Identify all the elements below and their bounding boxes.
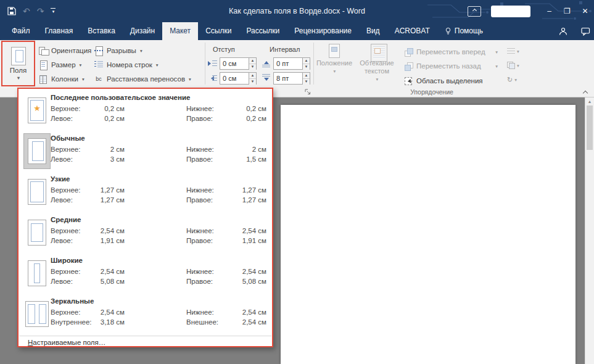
margin-label: Верхнее: [51, 185, 94, 195]
align-objects-button[interactable]: ▾ [507, 46, 519, 57]
margins-option-wide[interactable]: Широкие Верхнее: 2,54 см Нижнее: 2,54 см… [19, 254, 272, 295]
position-button[interactable]: Положение ▾ [317, 43, 352, 75]
title-bar: ↶ ↷ ▾ Как сделать поля в Ворде.docx - Wo… [0, 0, 594, 22]
moderate-margins-icon [28, 220, 46, 246]
margin-label: Правое: [186, 276, 229, 286]
margins-button-label: Поля [10, 67, 27, 74]
size-button[interactable]: Размер ▾ [38, 59, 81, 71]
help-icon [445, 27, 452, 35]
margin-label: Верхнее: [51, 226, 94, 236]
selection-pane-icon [404, 77, 413, 85]
minimize-button[interactable]: – [540, 0, 558, 22]
margin-label: Правое: [186, 236, 229, 246]
hyphenation-button[interactable]: bc Расстановка переносов ▾ [94, 73, 191, 85]
tab-layout[interactable]: Макет [162, 22, 198, 40]
spin-up-icon[interactable]: ▲ [249, 58, 256, 64]
spacing-before-spinner: ▲▼ [273, 57, 310, 70]
margin-label: Левое: [51, 154, 94, 164]
ribbon-tab-bar: Файл Главная Вставка Дизайн Макет Ссылки… [0, 22, 594, 40]
columns-button[interactable]: Колонки ▾ [38, 73, 85, 85]
tab-review[interactable]: Рецензирование [287, 22, 359, 40]
margin-value: 2,54 см [94, 307, 125, 317]
group-objects-button[interactable]: ▾ [507, 60, 519, 71]
spin-down-icon[interactable]: ▼ [249, 79, 256, 85]
selection-pane-button[interactable]: Область выделения [404, 75, 503, 87]
chevron-down-icon: ▼ [16, 75, 20, 81]
line-numbers-icon [94, 60, 104, 70]
margin-value: 2,54 см [229, 307, 266, 317]
hyphenation-label: Расстановка переносов [107, 75, 185, 83]
vertical-scrollbar[interactable]: ▲ [585, 97, 594, 364]
chevron-down-icon: ▾ [376, 75, 379, 83]
margins-option-mirrored[interactable]: Зеркальные Верхнее: 2,54 см Нижнее: 2,54… [19, 295, 272, 336]
margin-label: Левое: [51, 276, 94, 286]
spin-down-icon[interactable]: ▼ [303, 64, 310, 70]
tab-mailings[interactable]: Рассылки [239, 22, 287, 40]
spacing-label: Интервал [270, 46, 300, 53]
chevron-down-icon: ▾ [334, 67, 336, 75]
line-numbers-button[interactable]: Номера строк ▾ [94, 59, 159, 71]
spacing-after-input[interactable] [274, 73, 302, 84]
indent-right-input[interactable] [220, 73, 249, 84]
normal-margins-icon [28, 138, 46, 164]
line-numbers-label: Номера строк [107, 61, 152, 68]
document-page[interactable] [281, 105, 575, 364]
tab-file[interactable]: Файл [4, 22, 38, 40]
tab-acrobat[interactable]: ACROBAT [387, 22, 437, 40]
margin-value: 0,2 см [229, 114, 266, 123]
margins-option-last-custom[interactable]: ★ Последнее пользовательское значение Ве… [19, 91, 272, 132]
bring-forward-button[interactable]: Переместить вперед ▾ [404, 46, 498, 58]
margin-label: Нижнее: [186, 185, 229, 195]
page-break-icon [94, 46, 104, 56]
wrap-text-button[interactable]: Обтекание текстом ▾ [354, 43, 400, 83]
tab-references[interactable]: Ссылки [198, 22, 239, 40]
margins-button[interactable]: Поля ▼ [2, 42, 34, 85]
tab-home[interactable]: Главная [38, 22, 81, 40]
columns-icon [38, 74, 48, 84]
spin-up-icon[interactable]: ▲ [249, 73, 256, 79]
rotate-objects-button[interactable]: ↻ ▾ [507, 74, 517, 85]
margins-option-name: Зеркальные [51, 297, 266, 305]
margins-icon [11, 47, 26, 65]
margins-annotation-box: Поля ▼ [1, 41, 35, 86]
send-backward-button[interactable]: Переместить назад ▾ [404, 60, 498, 72]
scrollbar-thumb[interactable] [587, 105, 593, 150]
margins-option-normal[interactable]: Обычные Верхнее: 2 см Нижнее: 2 см Левое… [19, 132, 272, 173]
paragraph-dialog-launcher-icon[interactable] [305, 89, 311, 96]
tab-help[interactable]: Помощь [437, 22, 490, 40]
maximize-button[interactable]: ❐ [558, 0, 576, 22]
close-button[interactable]: ✕ [576, 0, 594, 22]
margin-value: 1,91 см [229, 236, 266, 246]
tab-design[interactable]: Дизайн [123, 22, 162, 40]
margin-label: Верхнее: [51, 104, 94, 114]
breaks-button[interactable]: Разрывы ▾ [94, 44, 142, 57]
align-icon [507, 48, 515, 55]
spacing-before-input[interactable] [274, 58, 302, 69]
indent-left-input[interactable] [220, 58, 249, 69]
margin-value: 1,27 см [229, 185, 266, 195]
margin-label: Верхнее: [51, 267, 94, 276]
custom-margins-menu-item[interactable]: Настраиваемые поля… [19, 336, 271, 346]
spin-down-icon[interactable]: ▼ [249, 64, 256, 70]
comments-icon[interactable] [581, 27, 590, 36]
spin-up-icon[interactable]: ▲ [303, 58, 310, 64]
tab-help-label: Помощь [455, 22, 483, 40]
ribbon-display-options-icon[interactable] [468, 6, 481, 17]
tab-insert[interactable]: Вставка [80, 22, 123, 40]
collapse-ribbon-icon[interactable] [583, 90, 588, 95]
chevron-down-icon: ▾ [517, 49, 519, 54]
margins-option-narrow[interactable]: Узкие Верхнее: 1,27 см Нижнее: 1,27 см Л… [19, 173, 272, 213]
margin-label: Левое: [51, 236, 94, 246]
scroll-up-icon[interactable]: ▲ [585, 97, 594, 104]
margins-option-moderate[interactable]: Средние Верхнее: 2,54 см Нижнее: 2,54 см… [19, 213, 272, 254]
size-label: Размер [51, 61, 76, 68]
margin-value: 0,2 см [94, 104, 125, 114]
spacing-after-spinner: ▲▼ [273, 72, 310, 85]
margin-value: 2,54 см [229, 226, 266, 236]
orientation-button[interactable]: Ориентация ▾ [38, 44, 97, 57]
spin-down-icon[interactable]: ▼ [303, 79, 310, 85]
spin-up-icon[interactable]: ▲ [303, 73, 310, 79]
send-backward-label: Переместить назад [416, 62, 481, 70]
share-person-icon[interactable] [559, 27, 567, 36]
tab-view[interactable]: Вид [359, 22, 387, 40]
